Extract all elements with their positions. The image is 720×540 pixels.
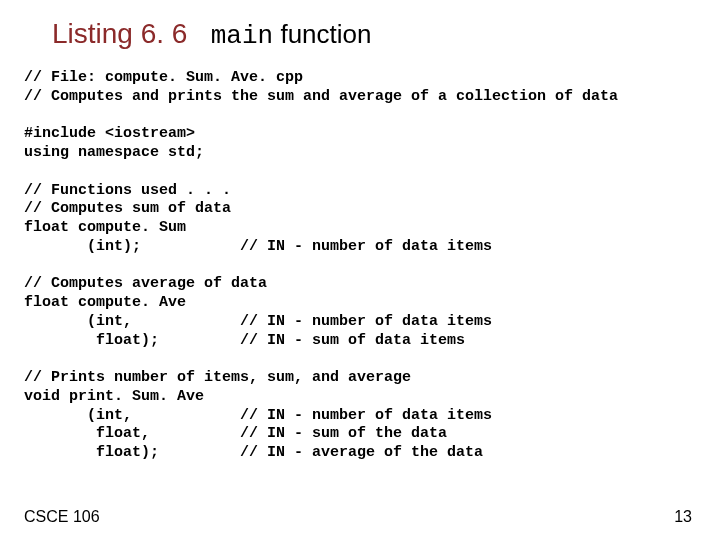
code-line: float); // IN - average of the data [24,444,483,461]
code-line: float, // IN - sum of the data [24,425,447,442]
code-line: // File: compute. Sum. Ave. cpp [24,69,303,86]
listing-label: Listing 6. 6 [52,18,187,49]
footer-page-number: 13 [674,508,692,526]
code-line: (int, // IN - number of data items [24,407,492,424]
footer-course: CSCE 106 [24,508,100,526]
code-line: float); // IN - sum of data items [24,332,465,349]
code-line: // Computes average of data [24,275,267,292]
code-line: // Computes sum of data [24,200,231,217]
main-keyword: main [211,21,273,51]
code-line: // Prints number of items, sum, and aver… [24,369,411,386]
code-line: // Computes and prints the sum and avera… [24,88,618,105]
code-line: #include <iostream> [24,125,195,142]
slide-title: Listing 6. 6 main function [52,18,696,51]
code-line: void print. Sum. Ave [24,388,204,405]
code-line: float compute. Ave [24,294,186,311]
code-line: (int); // IN - number of data items [24,238,492,255]
code-block: // File: compute. Sum. Ave. cpp // Compu… [24,69,696,463]
code-line: using namespace std; [24,144,204,161]
code-line: (int, // IN - number of data items [24,313,492,330]
function-word: function [273,19,371,49]
code-line: // Functions used . . . [24,182,231,199]
code-line: float compute. Sum [24,219,186,236]
slide: Listing 6. 6 main function // File: comp… [0,0,720,540]
